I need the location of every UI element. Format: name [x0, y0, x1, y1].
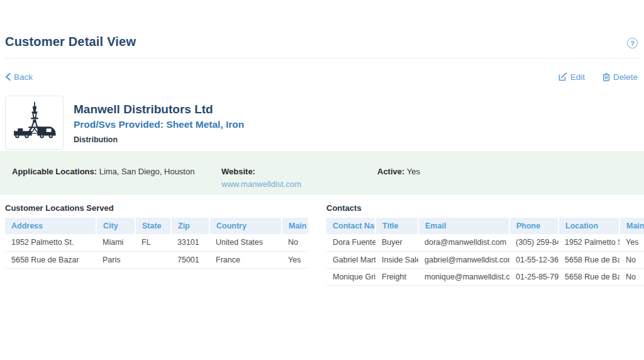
table-cell: 75001 — [171, 251, 209, 268]
table-cell: Paris — [96, 251, 135, 268]
customer-logo — [5, 96, 64, 150]
table-cell: (305) 259-8457 — [509, 234, 558, 251]
action-buttons: Edit Delete — [558, 72, 638, 82]
edit-icon — [558, 72, 567, 81]
column-header-zip: Zip — [171, 218, 209, 234]
table-cell: No — [282, 234, 308, 251]
header-divider — [5, 58, 639, 59]
active-label: Active: — [377, 167, 404, 176]
table-cell: dora@manwelldist.com — [418, 234, 509, 251]
table-cell: Miami — [96, 234, 135, 251]
applicable-locations-field: Applicable Locations: Lima, San Diego, H… — [12, 166, 194, 177]
applicable-locations-label: Applicable Locations: — [12, 167, 97, 176]
table-row: 1952 Palmetto St. Miami FL 33101 United … — [5, 234, 308, 251]
contacts-header-row: Contact Name Title Email Phone Location … — [326, 218, 644, 234]
table-cell: Yes — [619, 234, 644, 251]
table-cell: FL — [135, 234, 171, 251]
column-header-phone: Phone — [509, 218, 558, 234]
locations-table-section: Customer Locations Served Address City S… — [5, 203, 308, 286]
customer-prodsvs: Prod/Svs Provided: Sheet Metal, Iron — [74, 119, 244, 130]
customer-name: Manwell Distributors Ltd — [74, 103, 244, 116]
edit-button[interactable]: Edit — [558, 72, 585, 82]
summary-bar: Applicable Locations: Lima, San Diego, H… — [0, 151, 644, 195]
table-row: 5658 Rue de Bazar Paris 75001 France Yes — [5, 251, 308, 268]
back-label: Back — [14, 72, 33, 82]
active-field: Active: Yes — [377, 166, 420, 177]
column-header-email: Email — [418, 218, 509, 234]
website-field: Website: www.manwelldist.com — [221, 166, 301, 189]
help-icon-glyph: ? — [630, 40, 635, 47]
table-cell: 01-55-12-36-25 — [509, 251, 558, 268]
help-icon[interactable]: ? — [627, 38, 638, 48]
column-header-location: Location — [558, 218, 619, 234]
delete-button[interactable]: Delete — [602, 72, 638, 82]
table-cell: No — [619, 268, 644, 285]
table-cell: 01-25-85-79-45 — [509, 268, 558, 285]
active-value: Yes — [404, 167, 420, 176]
table-cell: France — [209, 251, 282, 268]
table-cell: Buyer — [375, 234, 418, 251]
table-cell: monique@manwelldist.com — [418, 268, 509, 285]
locations-header-row: Address City State Zip Country Main — [5, 218, 308, 234]
website-label: Website: — [221, 167, 255, 176]
eiffel-tower-truck-icon — [9, 99, 60, 146]
page-title: Customer Detail View — [5, 35, 136, 49]
table-row: Monique Grin Freight monique@manwelldist… — [326, 268, 644, 285]
chevron-left-icon — [5, 73, 11, 81]
column-header-main: Main — [619, 218, 644, 234]
action-bar: Back Edit Delete — [5, 70, 638, 83]
website-link[interactable]: www.manwelldist.com — [221, 179, 301, 189]
table-cell: Gabriel Martell — [326, 251, 375, 268]
column-header-country: Country — [209, 218, 282, 234]
table-row: Dora Fuentes Buyer dora@manwelldist.com … — [326, 234, 644, 251]
table-cell: 33101 — [171, 234, 209, 251]
edit-label: Edit — [570, 72, 585, 82]
contacts-table: Contact Name Title Email Phone Location … — [326, 218, 644, 286]
locations-table: Address City State Zip Country Main 1952… — [5, 218, 308, 269]
customer-header: Manwell Distributors Ltd Prod/Svs Provid… — [5, 96, 244, 150]
table-cell: 1952 Palmetto St. — [5, 234, 96, 251]
applicable-locations-value: Lima, San Diego, Houston — [97, 167, 194, 176]
table-cell: 1952 Palmetto St. — [558, 234, 619, 251]
table-row: Gabriel Martell Inside Sales gabriel@man… — [326, 251, 644, 268]
locations-table-title: Customer Locations Served — [5, 203, 308, 218]
table-cell — [135, 251, 171, 268]
column-header-title: Title — [375, 218, 418, 234]
table-cell: 5658 Rue de Bazar — [5, 251, 96, 268]
table-cell: Dora Fuentes — [326, 234, 375, 251]
back-button[interactable]: Back — [5, 72, 33, 82]
customer-industry: Distribution — [74, 135, 244, 144]
table-cell: gabriel@manwelldist.com — [418, 251, 509, 268]
table-cell: Inside Sales — [375, 251, 418, 268]
customer-detail-page: Customer Detail View ? Back Edit Delete — [0, 0, 644, 360]
column-header-city: City — [96, 218, 135, 234]
table-cell: No — [619, 251, 644, 268]
column-header-state: State — [135, 218, 171, 234]
column-header-address: Address — [5, 218, 96, 234]
column-header-main: Main — [282, 218, 308, 234]
trash-icon — [602, 72, 610, 81]
table-cell: 5658 Rue de Bazar — [558, 268, 619, 285]
contacts-table-title: Contacts — [326, 203, 644, 218]
delete-label: Delete — [613, 72, 638, 82]
column-header-contact-name: Contact Name — [326, 218, 375, 234]
table-cell: Monique Grin — [326, 268, 375, 285]
table-cell: United States — [209, 234, 282, 251]
contacts-table-section: Contacts Contact Name Title Email Phone … — [326, 203, 644, 286]
tables-section: Customer Locations Served Address City S… — [5, 203, 644, 286]
table-cell: Freight — [375, 268, 418, 285]
table-cell: 5658 Rue de Bazar — [558, 251, 619, 268]
table-cell: Yes — [282, 251, 308, 268]
customer-header-text: Manwell Distributors Ltd Prod/Svs Provid… — [74, 96, 244, 150]
